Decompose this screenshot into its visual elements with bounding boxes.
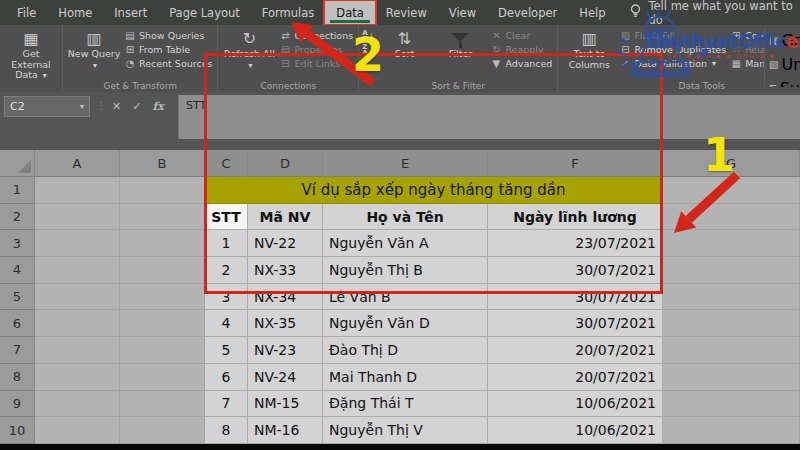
sheet-cell[interactable] <box>35 177 120 204</box>
sheet-cell[interactable] <box>663 337 800 364</box>
table-cell[interactable]: Nguyễn Văn A <box>323 230 488 257</box>
row-header-4[interactable]: 4 <box>0 257 35 284</box>
table-cell[interactable]: Nguyễn Văn D <box>323 310 488 337</box>
table-cell[interactable]: 30/07/2021 <box>488 284 663 311</box>
row-header-9[interactable]: 9 <box>0 391 35 418</box>
row-header-1[interactable]: 1 <box>0 177 35 204</box>
column-header-a[interactable]: A <box>35 150 120 177</box>
sort-descending-button[interactable]: ZA↓ <box>362 44 374 56</box>
sheet-cell[interactable] <box>120 364 205 391</box>
table-cell[interactable]: NV-23 <box>248 337 323 364</box>
table-header-cell[interactable]: Ngày lĩnh lương <box>488 204 663 231</box>
column-header-g[interactable]: G <box>663 150 800 177</box>
table-cell[interactable]: NV-24 <box>248 364 323 391</box>
table-cell[interactable]: 6 <box>205 364 248 391</box>
tab-data[interactable]: Data <box>325 1 374 24</box>
recent-sources-button[interactable]: ◔Recent Sources <box>124 58 212 69</box>
formula-input[interactable]: STT <box>178 95 800 139</box>
table-cell[interactable]: 7 <box>205 391 248 418</box>
filter-button[interactable]: Filter <box>432 27 488 61</box>
column-header-f[interactable]: F <box>488 150 663 177</box>
row-header-5[interactable]: 5 <box>0 284 35 311</box>
sheet-cell[interactable] <box>120 257 205 284</box>
gr-button[interactable]: ▦Gr <box>769 31 800 50</box>
sheet-cell[interactable] <box>663 230 800 257</box>
sort-button[interactable]: ⇅Sort <box>376 27 432 61</box>
sheet-cell[interactable] <box>120 391 205 418</box>
sheet-cell[interactable] <box>663 177 800 204</box>
table-cell[interactable]: NM-16 <box>248 417 323 444</box>
un-button[interactable]: ▧Un <box>769 55 800 74</box>
table-header-cell[interactable]: Họ và Tên <box>323 204 488 231</box>
sheet-cell[interactable] <box>35 230 120 257</box>
table-title-cell[interactable]: Ví dụ sắp xếp ngày tháng tăng dần <box>205 177 663 204</box>
refresh-all-button[interactable]: ↻Refresh All ▾ <box>221 27 277 72</box>
sheet-cell[interactable] <box>120 177 205 204</box>
table-cell[interactable]: NX-33 <box>248 257 323 284</box>
table-cell[interactable]: 10/06/2021 <box>488 391 663 418</box>
tell-me-box[interactable]: Tell me what you want to do <box>630 0 800 27</box>
table-header-cell[interactable]: Mã NV <box>248 204 323 231</box>
advanced-button[interactable]: ▼Advanced <box>490 58 552 69</box>
new-query-button[interactable]: ▥New Query ▾ <box>66 27 122 72</box>
column-header-d[interactable]: D <box>248 150 323 177</box>
table-cell[interactable]: NX-35 <box>248 310 323 337</box>
sheet-cell[interactable] <box>35 391 120 418</box>
table-cell[interactable]: 1 <box>205 230 248 257</box>
show-queries-button[interactable]: ▤Show Queries <box>124 30 212 41</box>
sheet-cell[interactable] <box>35 204 120 231</box>
sheet-cell[interactable] <box>120 204 205 231</box>
sheet-cell[interactable] <box>35 417 120 444</box>
table-cell[interactable]: 5 <box>205 337 248 364</box>
sheet-cell[interactable] <box>35 257 120 284</box>
table-cell[interactable]: NM-15 <box>248 391 323 418</box>
table-cell[interactable]: 8 <box>205 417 248 444</box>
row-header-10[interactable]: 10 <box>0 417 35 444</box>
sheet-select-all[interactable] <box>0 150 35 177</box>
sheet-cell[interactable] <box>663 284 800 311</box>
table-cell[interactable]: Đặng Thái T <box>323 391 488 418</box>
table-cell[interactable]: 20/07/2021 <box>488 337 663 364</box>
table-cell[interactable]: 30/07/2021 <box>488 257 663 284</box>
name-box-dropdown-icon[interactable]: ▾ <box>80 102 84 111</box>
get-external-data-button[interactable]: ▦Get External Data ▾ <box>3 27 59 82</box>
column-header-e[interactable]: E <box>323 150 488 177</box>
row-header-2[interactable]: 2 <box>0 204 35 231</box>
table-cell[interactable]: 10/06/2021 <box>488 417 663 444</box>
sheet-cell[interactable] <box>663 391 800 418</box>
table-header-cell[interactable]: STT <box>205 204 248 231</box>
table-cell[interactable]: 3 <box>205 284 248 311</box>
cancel-icon[interactable]: ✕ <box>112 100 121 113</box>
table-cell[interactable]: 23/07/2021 <box>488 230 663 257</box>
tab-formulas[interactable]: Formulas <box>251 1 326 24</box>
su-button[interactable]: ∑Su <box>769 79 800 87</box>
table-cell[interactable]: Mai Thanh D <box>323 364 488 391</box>
table-cell[interactable]: Lê Văn B <box>323 284 488 311</box>
sheet-cell[interactable] <box>35 284 120 311</box>
tab-developer[interactable]: Developer <box>487 1 568 24</box>
name-box[interactable]: C2 ▾ <box>4 96 90 117</box>
tab-view[interactable]: View <box>438 1 487 24</box>
sheet-cell[interactable] <box>120 230 205 257</box>
text-to-columns-button[interactable]: ▥Text to Columns <box>561 27 617 71</box>
table-cell[interactable]: 30/07/2021 <box>488 310 663 337</box>
table-cell[interactable]: 20/07/2021 <box>488 364 663 391</box>
sort-ascending-button[interactable]: AZ↓ <box>362 30 374 42</box>
sheet-cell[interactable] <box>120 417 205 444</box>
tab-help[interactable]: Help <box>568 1 616 24</box>
insert-function-icon[interactable]: fx <box>152 100 163 113</box>
remove-duplicates-button[interactable]: ⊟Remove Duplicates <box>619 44 726 55</box>
sheet-cell[interactable] <box>120 284 205 311</box>
row-header-7[interactable]: 7 <box>0 337 35 364</box>
row-header-6[interactable]: 6 <box>0 310 35 337</box>
connections-button[interactable]: ⇄Connections <box>279 30 353 41</box>
sheet-cell[interactable] <box>663 257 800 284</box>
column-header-c[interactable]: C <box>205 150 248 177</box>
tab-home[interactable]: Home <box>47 1 103 24</box>
sheet-cell[interactable] <box>663 310 800 337</box>
enter-icon[interactable]: ✓ <box>132 100 141 113</box>
tab-insert[interactable]: Insert <box>103 1 158 24</box>
tab-file[interactable]: File <box>6 1 47 24</box>
table-cell[interactable]: 2 <box>205 257 248 284</box>
table-cell[interactable]: Nguyễn Thị V <box>323 417 488 444</box>
